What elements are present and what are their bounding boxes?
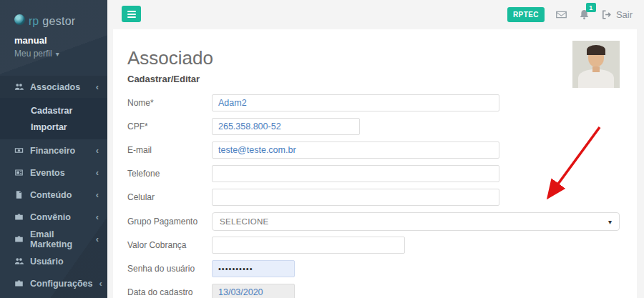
data-cadastro-label: Data do cadastro	[127, 287, 212, 297]
sidebar-subitem-cadastrar[interactable]: Cadastrar	[0, 102, 107, 119]
cpf-label: CPF*	[127, 121, 212, 131]
hamburger-icon	[127, 11, 136, 12]
sidebar-item-eventos[interactable]: Eventos ‹	[0, 162, 107, 184]
form-row-data-cadastro: Data do cadastro	[127, 284, 637, 298]
celular-label: Celular	[127, 192, 212, 202]
sidebar-subitem-importar[interactable]: Importar	[0, 119, 107, 135]
form-row-telefone: Telefone	[127, 165, 637, 182]
sidebar-item-label: Associados	[30, 82, 80, 92]
sidebar-item-configuracoes[interactable]: Configurações ‹	[0, 272, 107, 294]
form-row-nome: Nome*	[127, 94, 637, 111]
sidebar-item-financeiro[interactable]: Financeiro ‹	[0, 139, 107, 162]
logo-sphere-icon	[14, 14, 25, 25]
sidebar-item-label: Email Marketing	[30, 229, 89, 249]
chevron-left-icon: ‹	[96, 82, 99, 91]
main-content: Associado Cadastrar/Editar Nome* CPF* E-…	[113, 29, 637, 298]
sidebar-item-email-marketing[interactable]: Email Marketing ‹	[0, 228, 107, 250]
my-profile-label: Meu perfil	[14, 49, 52, 59]
sidebar-item-conteudo[interactable]: Conteúdo ‹	[0, 184, 107, 206]
sidebar-item-label: Eventos	[30, 168, 65, 178]
form-row-senha: Senha do usuário	[127, 260, 637, 277]
form-row-celular: Celular	[127, 189, 637, 206]
logo-text-name: gestor	[42, 16, 75, 26]
file-icon	[14, 190, 24, 200]
sidebar-submenu-associados: Cadastrar Importar	[0, 98, 107, 139]
grupo-pagamento-label: Grupo Pagamento	[127, 217, 212, 227]
sidebar-item-usuario[interactable]: Usuário	[0, 250, 107, 272]
users-icon	[14, 257, 24, 267]
form-row-grupo-pagamento: Grupo Pagamento SELECIONE ▾	[127, 212, 637, 231]
newspaper-icon	[14, 168, 24, 178]
chevron-left-icon: ‹	[96, 234, 99, 244]
sidebar-toggle-button[interactable]	[122, 6, 141, 22]
cpf-input[interactable]	[212, 118, 360, 135]
page-subtitle: Cadastrar/Editar	[127, 74, 637, 84]
logout-button[interactable]: Sair	[601, 9, 633, 20]
caret-down-icon: ▾	[608, 218, 612, 226]
senha-input[interactable]	[212, 260, 295, 277]
sidebar-item-label: Usuário	[30, 257, 64, 267]
briefcase-icon	[14, 212, 24, 222]
sidebar-item-label: Convênio	[30, 212, 71, 222]
form-row-valor-cobranca: Valor Cobrança	[127, 237, 637, 254]
app-logo: rpgestor	[0, 0, 107, 26]
sidebar-menu: Associados ‹ Cadastrar Importar Financei…	[0, 76, 107, 294]
valor-cobranca-input[interactable]	[212, 237, 405, 254]
chevron-left-icon: ‹	[96, 168, 99, 177]
chevron-left-icon: ‹	[96, 212, 99, 222]
notifications-bell[interactable]: 1	[578, 9, 590, 21]
chevron-left-icon: ‹	[96, 190, 99, 199]
money-icon	[14, 146, 24, 156]
my-profile-link[interactable]: Meu perfil ▾	[14, 49, 107, 59]
briefcase-icon	[14, 234, 24, 244]
chevron-left-icon: ‹	[99, 279, 102, 288]
associado-form: Nome* CPF* E-mail Telefone Celular Grupo…	[127, 94, 637, 298]
logged-user-name: manual	[14, 35, 107, 46]
messages-envelope-icon[interactable]	[555, 9, 567, 21]
grupo-pagamento-select[interactable]: SELECIONE ▾	[212, 212, 620, 231]
topbar-actions: RPTEC 1 Sair	[507, 0, 633, 29]
associado-photo	[572, 41, 620, 88]
sidebar-item-label: Financeiro	[30, 146, 75, 156]
notification-count-badge: 1	[586, 3, 596, 12]
page-title: Associado	[127, 47, 637, 69]
sidebar-item-associados[interactable]: Associados ‹	[0, 76, 107, 98]
data-cadastro-input[interactable]	[212, 284, 295, 298]
email-label: E-mail	[127, 145, 212, 155]
senha-label: Senha do usuário	[127, 264, 212, 274]
caret-down-icon: ▾	[56, 50, 59, 58]
app-window: rpgestor manual Meu perfil ▾ Associados …	[0, 0, 644, 298]
sidebar: rpgestor manual Meu perfil ▾ Associados …	[0, 0, 107, 298]
nome-input[interactable]	[212, 94, 499, 111]
topbar: RPTEC 1 Sair	[107, 0, 644, 29]
form-row-cpf: CPF*	[127, 118, 637, 135]
users-icon	[14, 82, 24, 92]
company-badge-button[interactable]: RPTEC	[507, 7, 545, 22]
sidebar-item-convenio[interactable]: Convênio ‹	[0, 206, 107, 228]
email-input[interactable]	[212, 141, 499, 159]
telefone-label: Telefone	[127, 169, 212, 179]
sidebar-item-label: Conteúdo	[30, 190, 72, 200]
valor-cobranca-label: Valor Cobrança	[127, 240, 212, 250]
sidebar-item-label: Configurações	[30, 279, 93, 289]
telefone-input[interactable]	[212, 165, 499, 182]
nome-label: Nome*	[127, 98, 212, 108]
celular-input[interactable]	[212, 189, 499, 206]
logout-label: Sair	[616, 9, 633, 20]
grupo-pagamento-selected-value: SELECIONE	[220, 217, 269, 226]
form-row-email: E-mail	[127, 141, 637, 159]
chevron-left-icon: ‹	[96, 146, 99, 155]
briefcase-icon	[14, 279, 24, 289]
sign-out-icon	[601, 9, 612, 20]
logo-text-prefix: rp	[29, 16, 39, 26]
